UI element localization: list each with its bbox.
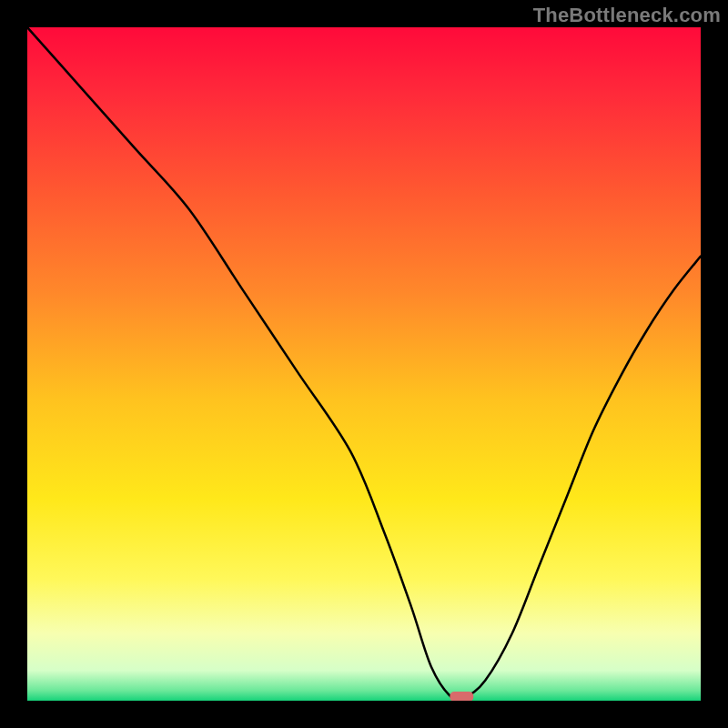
plot-area — [27, 27, 701, 701]
gradient-background — [27, 27, 701, 701]
watermark-text: TheBottleneck.com — [533, 4, 721, 27]
chart-svg — [27, 27, 701, 701]
chart-frame: TheBottleneck.com — [0, 0, 728, 728]
optimal-marker — [450, 692, 473, 701]
